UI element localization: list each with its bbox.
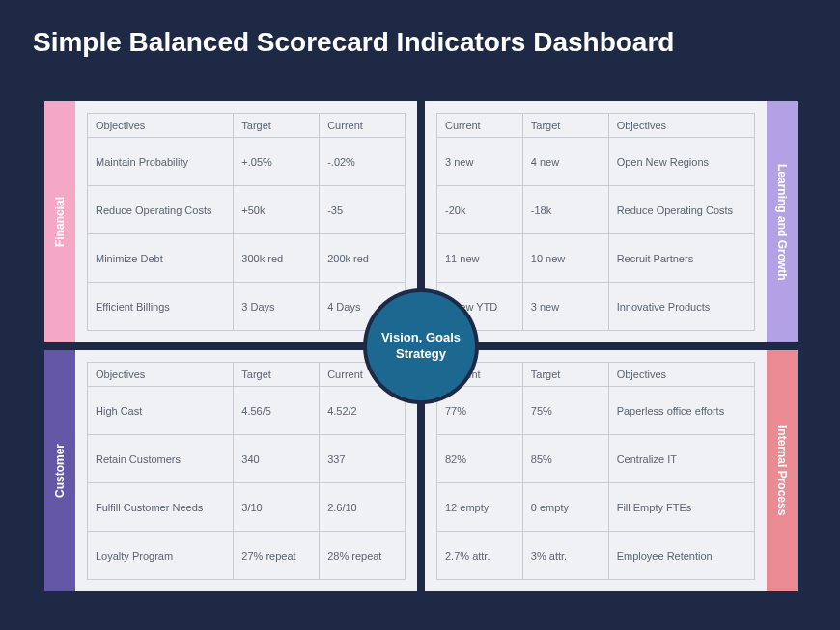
cell: 28% repeat <box>320 532 406 580</box>
cell: 4.52/2 <box>320 387 406 435</box>
th: Current <box>437 363 523 387</box>
table-row: Fulfill Customer Needs 3/10 2.6/10 <box>88 483 406 532</box>
cell: 4 Days <box>320 283 406 331</box>
table-row: Efficient Billings 3 Days 4 Days <box>88 283 406 331</box>
table-internal: Current Target Objectives 77% 75% Paperl… <box>436 362 755 580</box>
cell: 4.56/5 <box>234 387 320 435</box>
th: Target <box>522 114 608 138</box>
cell: 2.6/10 <box>320 483 406 532</box>
table-wrap-learning: Current Target Objectives 3 new 4 new Op… <box>425 101 767 342</box>
cell: 337 <box>320 435 406 483</box>
cell: 4 new <box>522 138 608 186</box>
th: Target <box>234 363 320 387</box>
th: Current <box>320 363 406 387</box>
quad-internal: Current Target Objectives 77% 75% Paperl… <box>425 350 798 591</box>
cell: 3/10 <box>234 483 320 532</box>
cell: Fulfill Customer Needs <box>88 483 234 532</box>
th: Objectives <box>88 363 234 387</box>
table-wrap-internal: Current Target Objectives 77% 75% Paperl… <box>425 350 767 591</box>
cell: 77% <box>437 387 523 435</box>
table-row: Reduce Operating Costs +50k -35 <box>88 186 406 234</box>
cell: Reduce Operating Costs <box>608 186 754 234</box>
cell: 200k red <box>320 234 406 283</box>
cell: 3 new <box>522 283 608 331</box>
cell: 3 new <box>437 138 523 186</box>
table-row: 11 new 10 new Recruit Partners <box>437 234 755 283</box>
cell: Employee Retention <box>608 532 754 580</box>
table-row: 12 empty 0 empty Fill Empty FTEs <box>437 483 755 532</box>
cell: Open New Regions <box>608 138 754 186</box>
cell: 0 empty <box>522 483 608 532</box>
table-wrap-customer: Objectives Target Current High Cast 4.56… <box>75 350 417 591</box>
cell: 27% repeat <box>234 532 320 580</box>
table-financial: Objectives Target Current Maintain Proba… <box>87 113 406 331</box>
tab-learning: Learning and Growth <box>767 101 798 342</box>
table-customer: Objectives Target Current High Cast 4.56… <box>87 362 406 580</box>
table-row: Minimize Debt 300k red 200k red <box>88 234 406 283</box>
cell: Maintain Probability <box>88 138 234 186</box>
quad-customer: Customer Objectives Target Current High … <box>44 350 417 591</box>
th: Target <box>234 114 320 138</box>
table-row: 2.7% attr. 3% attr. Employee Retention <box>437 532 755 580</box>
tab-internal: Internal Process <box>767 350 798 591</box>
cell: 85% <box>522 435 608 483</box>
th: Current <box>320 114 406 138</box>
cell: -.02% <box>320 138 406 186</box>
tab-financial: Financial <box>44 101 75 342</box>
cell: Recruit Partners <box>608 234 754 283</box>
cell: Minimize Debt <box>88 234 234 283</box>
table-row: 0 new YTD 3 new Innovative Products <box>437 283 755 331</box>
th: Objectives <box>608 363 754 387</box>
cell: +.05% <box>234 138 320 186</box>
th: Objectives <box>608 114 754 138</box>
cell: High Cast <box>88 387 234 435</box>
cell: 2.7% attr. <box>437 532 523 580</box>
cell: -35 <box>320 186 406 234</box>
cell: Fill Empty FTEs <box>608 483 754 532</box>
cell: 75% <box>522 387 608 435</box>
cell: 11 new <box>437 234 523 283</box>
cell: Reduce Operating Costs <box>88 186 234 234</box>
table-row: -20k -18k Reduce Operating Costs <box>437 186 755 234</box>
page-title: Simple Balanced Scorecard Indicators Das… <box>33 27 674 58</box>
cell: Centralize IT <box>608 435 754 483</box>
table-row: Retain Customers 340 337 <box>88 435 406 483</box>
scorecard-grid: Financial Objectives Target Current Main… <box>44 101 798 591</box>
table-row: 77% 75% Paperless office efforts <box>437 387 755 435</box>
cell: +50k <box>234 186 320 234</box>
th: Objectives <box>88 114 234 138</box>
table-wrap-financial: Objectives Target Current Maintain Proba… <box>75 101 417 342</box>
cell: 10 new <box>522 234 608 283</box>
cell: Innovative Products <box>608 283 754 331</box>
quad-learning: Current Target Objectives 3 new 4 new Op… <box>425 101 798 342</box>
quad-financial: Financial Objectives Target Current Main… <box>44 101 417 342</box>
table-learning: Current Target Objectives 3 new 4 new Op… <box>436 113 755 331</box>
table-row: Maintain Probability +.05% -.02% <box>88 138 406 186</box>
th: Current <box>437 114 523 138</box>
cell: 3 Days <box>234 283 320 331</box>
cell: Loyalty Program <box>88 532 234 580</box>
table-row: 3 new 4 new Open New Regions <box>437 138 755 186</box>
cell: Paperless office efforts <box>608 387 754 435</box>
cell: -20k <box>437 186 523 234</box>
cell: 340 <box>234 435 320 483</box>
cell: -18k <box>522 186 608 234</box>
table-row: Loyalty Program 27% repeat 28% repeat <box>88 532 406 580</box>
table-row: High Cast 4.56/5 4.52/2 <box>88 387 406 435</box>
cell: 82% <box>437 435 523 483</box>
cell: 0 new YTD <box>437 283 523 331</box>
cell: Efficient Billings <box>88 283 234 331</box>
th: Target <box>522 363 608 387</box>
cell: 12 empty <box>437 483 523 532</box>
cell: Retain Customers <box>88 435 234 483</box>
table-row: 82% 85% Centralize IT <box>437 435 755 483</box>
cell: 300k red <box>234 234 320 283</box>
cell: 3% attr. <box>522 532 608 580</box>
tab-customer: Customer <box>44 350 75 591</box>
